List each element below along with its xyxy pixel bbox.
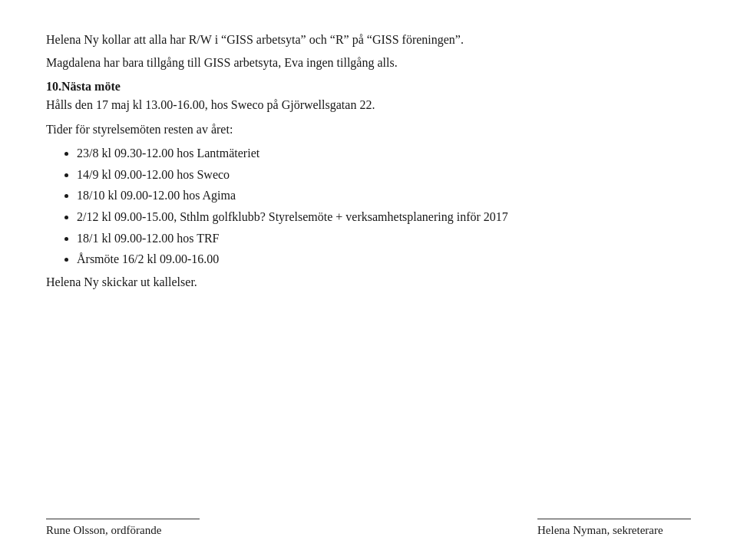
section-10-header: 10.Nästa möte: [46, 80, 691, 94]
signature-line-left: [46, 519, 200, 519]
content-area: Helena Ny kollar att alla har R/W i “GIS…: [46, 23, 691, 292]
footer-right-signature: Helena Nyman, sekreterare: [537, 519, 691, 537]
list-item: 2/12 kl 09.00-15.00, Sthlm golfklubb? St…: [77, 207, 691, 227]
section-number: 10.: [46, 80, 61, 93]
footer-left-signature: Rune Olsson, ordförande: [46, 519, 200, 537]
meeting-line-2: Tider för styrelsemöten resten av året:: [46, 120, 691, 140]
list-item: 18/1 kl 09.00-12.00 hos TRF: [77, 229, 691, 249]
signature-line-right: [537, 519, 691, 519]
paragraph-2: Magdalena har bara tillgång till GISS ar…: [46, 54, 691, 72]
list-item: Årsmöte 16/2 kl 09.00-16.00: [77, 249, 691, 269]
footer-left-name: Rune Olsson, ordförande: [46, 524, 161, 537]
paragraph-1-text: Helena Ny kollar att alla har R/W i “GIS…: [46, 33, 464, 46]
paragraph-2-text: Magdalena har bara tillgång till GISS ar…: [46, 56, 398, 69]
list-item: 23/8 kl 09.30-12.00 hos Lantmäteriet: [77, 143, 691, 163]
paragraph-1: Helena Ny kollar att alla har R/W i “GIS…: [46, 31, 691, 49]
footer-right-name: Helena Nyman, sekreterare: [537, 524, 663, 537]
meeting-line-1: Hålls den 17 maj kl 13.00-16.00, hos Swe…: [46, 95, 691, 115]
page: Helena Ny kollar att alla har R/W i “GIS…: [0, 0, 737, 560]
meeting-bullet-list: 23/8 kl 09.30-12.00 hos Lantmäteriet 14/…: [77, 143, 691, 269]
list-item: 14/9 kl 09.00-12.00 hos Sweco: [77, 165, 691, 185]
section-title: Nästa möte: [61, 80, 121, 93]
closing-line: Helena Ny skickar ut kallelser.: [46, 272, 691, 292]
footer: Rune Olsson, ordförande Helena Nyman, se…: [46, 519, 691, 537]
list-item: 18/10 kl 09.00-12.00 hos Agima: [77, 186, 691, 206]
